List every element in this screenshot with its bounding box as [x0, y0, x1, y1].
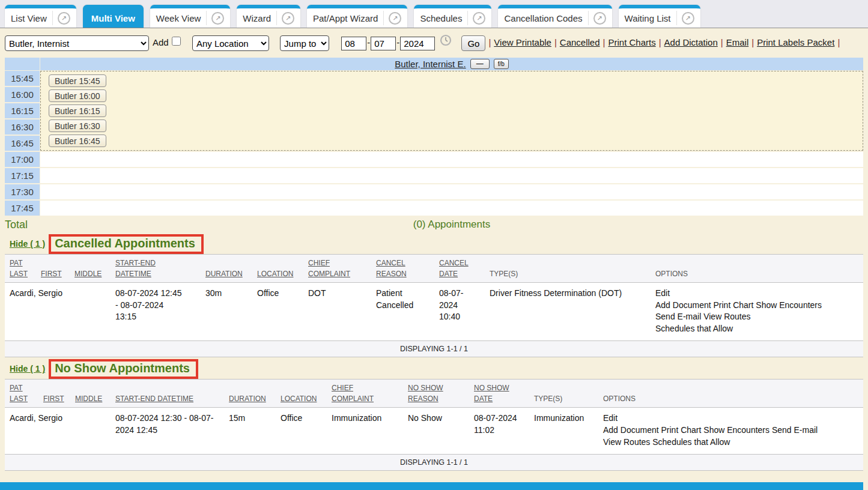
column-header-first[interactable]: FIRST — [41, 255, 74, 283]
column-header-middle[interactable]: MIDDLE — [74, 255, 115, 283]
cancelled-section-header: Hide ( 1 ) Cancelled Appointments — [10, 234, 863, 254]
cell-options[interactable]: EditAdd Document Print Chart Show Encoun… — [603, 408, 863, 455]
column-header-reason[interactable]: CANCELREASON — [376, 255, 439, 283]
external-link-icon[interactable]: ↗ — [682, 12, 694, 25]
time-label-16-45: 16:45 — [5, 136, 40, 151]
column-header-location[interactable]: LOCATION — [257, 255, 308, 283]
column-header-first[interactable]: FIRST — [43, 380, 75, 408]
toolbar-link-view-printable[interactable]: View Printable — [494, 37, 551, 47]
column-header-line: FIRST — [43, 393, 67, 404]
column-header-location[interactable]: LOCATION — [281, 380, 332, 408]
column-header-complaint[interactable]: CHIEFCOMPLAINT — [308, 255, 376, 283]
tab-schedules[interactable]: Schedules↗ — [414, 5, 491, 28]
column-header-line: START-END DATETIME — [115, 393, 220, 404]
tab-cancellation-codes[interactable]: Cancellation Codes↗ — [498, 5, 612, 28]
cell-options[interactable]: EditAdd Document Print Chart Show Encoun… — [655, 283, 863, 341]
date-separator: - — [367, 37, 370, 47]
tab-wizard[interactable]: Wizard↗ — [237, 5, 300, 28]
noshow-table: PATLASTFIRSTMIDDLESTART-END DATETIMEDURA… — [5, 379, 863, 471]
annotation-box-noshow: No Show Appointments — [49, 359, 198, 379]
displaying-count: DISPLAYING 1-1 / 1 — [5, 341, 863, 357]
tab-divider — [588, 11, 589, 25]
open-slot-button-butler-16-45[interactable]: Butler 16:45 — [49, 135, 106, 147]
external-link-icon[interactable]: ↗ — [473, 12, 485, 25]
toolbar-link-print-charts[interactable]: Print Charts — [608, 37, 655, 47]
date-day-input[interactable] — [371, 37, 396, 50]
total-row: Total (0) Appointments — [5, 217, 863, 232]
column-header-complaint[interactable]: CHIEFCOMPLAINT — [332, 380, 408, 408]
column-header-line: REASON — [376, 268, 431, 279]
toolbar-link-print-labels-packet[interactable]: Print Labels Packet — [757, 37, 834, 47]
column-header-line: START-END — [115, 258, 197, 268]
external-link-icon[interactable]: ↗ — [389, 12, 401, 25]
clock-icon[interactable] — [440, 38, 452, 48]
noshow-hide-link[interactable]: Hide ( 1 ) — [10, 364, 45, 374]
tab-waiting-list[interactable]: Waiting List↗ — [619, 5, 700, 28]
time-label-16-00: 16:00 — [5, 87, 40, 102]
cancelled-hide-link[interactable]: Hide ( 1 ) — [10, 239, 45, 249]
column-header-type-s: TYPE(S) — [490, 255, 655, 283]
total-label: Total — [5, 219, 40, 231]
column-header-duration[interactable]: DURATION — [229, 380, 281, 408]
column-header-line: DATE — [474, 393, 526, 404]
link-separator: | — [488, 37, 491, 47]
external-link-icon[interactable]: ↗ — [593, 12, 606, 25]
tab-week-view[interactable]: Week View↗ — [150, 5, 230, 28]
link-separator: | — [659, 37, 661, 47]
toolbar-link-add-dictation[interactable]: Add Dictation — [664, 37, 718, 47]
empty-schedule-row — [40, 168, 863, 183]
cancelled-appointments-section: Hide ( 1 ) Cancelled Appointments PATLAS… — [5, 234, 863, 357]
go-button[interactable]: Go — [461, 35, 485, 51]
time-label-17-00: 17:00 — [5, 152, 40, 167]
column-header-date[interactable]: NO SHOWDATE — [474, 380, 534, 408]
column-header-date[interactable]: CANCELDATE — [439, 255, 490, 283]
column-header-last[interactable]: PATLAST — [5, 380, 43, 408]
open-slot-button-butler-16-15[interactable]: Butler 16:15 — [49, 104, 106, 117]
tab-label: Waiting List — [625, 13, 671, 23]
column-header-start-end-datetime[interactable]: START-END DATETIME — [115, 380, 229, 408]
open-slot-button-butler-15-45[interactable]: Butler 15:45 — [49, 74, 106, 87]
column-header-line: LOCATION — [257, 268, 300, 279]
fb-button[interactable]: f/b — [494, 59, 509, 69]
toolbar-link-email[interactable]: Email — [726, 37, 749, 47]
external-link-icon[interactable]: ↗ — [282, 12, 294, 25]
tab-bar: List View↗Multi ViewWeek View↗Wizard↗Pat… — [0, 0, 868, 28]
column-header-line: TYPE(S) — [534, 393, 595, 404]
column-header-line: MIDDLE — [74, 268, 107, 279]
toolbar-link-cancelled[interactable]: Cancelled — [560, 37, 600, 47]
column-header-line: DATE — [439, 268, 481, 279]
add-checkbox[interactable] — [172, 37, 181, 46]
provider-select[interactable]: Butler, Internist — [5, 35, 149, 51]
tab-multi-view[interactable]: Multi View — [83, 5, 144, 28]
collapse-column-button[interactable]: — — [470, 59, 490, 69]
cell-chief: Immunization — [332, 408, 408, 455]
location-select[interactable]: Any Location — [192, 35, 269, 51]
tab-list-view[interactable]: List View↗ — [5, 5, 76, 28]
empty-schedule-row — [40, 201, 863, 216]
toolbar-links: |View Printable|Cancelled|Print Charts|A… — [485, 37, 843, 47]
noshow-appointments-section: Hide ( 1 ) No Show Appointments PATLASTF… — [5, 358, 863, 471]
column-header-last[interactable]: PATLAST — [5, 255, 41, 283]
cell-name: Acardi, Sergio — [5, 283, 115, 341]
cancelled-section-title: Cancelled Appointments — [55, 237, 195, 250]
column-header-line: PAT — [10, 383, 35, 393]
column-header-middle[interactable]: MIDDLE — [75, 380, 115, 408]
external-link-icon[interactable]: ↗ — [211, 12, 224, 25]
column-header-datetime[interactable]: START-ENDDATETIME — [115, 255, 205, 283]
column-header-reason[interactable]: NO SHOWREASON — [408, 380, 474, 408]
jump-to-select[interactable]: Jump to — [280, 35, 329, 51]
column-header-line: DURATION — [229, 393, 272, 404]
cell-loc: Office — [257, 283, 308, 341]
horizontal-scrollbar[interactable] — [0, 482, 863, 490]
link-separator: | — [721, 37, 723, 47]
tab-pat-appt-wizard[interactable]: Pat/Appt Wizard↗ — [307, 5, 407, 28]
open-slot-button-butler-16-30[interactable]: Butler 16:30 — [49, 119, 106, 132]
date-year-input[interactable] — [400, 37, 435, 50]
date-month-input[interactable] — [341, 37, 366, 50]
open-slot-button-butler-16-00[interactable]: Butler 16:00 — [49, 89, 106, 102]
provider-header-link[interactable]: Butler, Internist E. — [395, 59, 466, 69]
column-header-duration[interactable]: DURATION — [205, 255, 257, 283]
cell-datetime: 08-07-2024 12:45 - 08-07-2024 13:15 — [115, 283, 205, 341]
annotation-box-cancelled: Cancelled Appointments — [49, 234, 204, 254]
external-link-icon[interactable]: ↗ — [58, 12, 70, 25]
